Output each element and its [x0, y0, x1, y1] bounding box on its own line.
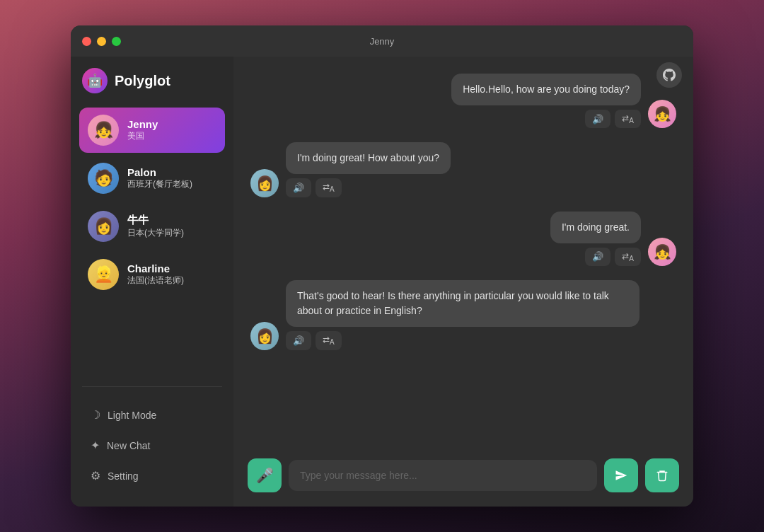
char-sub-niuniu: 日本(大学同学)	[127, 227, 184, 239]
msg-audio-btn-3[interactable]: 🔊	[585, 248, 610, 266]
close-button[interactable]	[82, 37, 91, 46]
logo-area: 🤖 Polyglot	[82, 68, 170, 93]
chat-input[interactable]	[289, 460, 597, 491]
chat-messages: 👧 Hello.Hello, how are you doing today? …	[233, 57, 693, 447]
char-item-jenny[interactable]: 👧 Jenny 美国	[79, 108, 225, 153]
msg-bubble-2: I'm doing great! How about you?	[286, 142, 451, 174]
char-info-palon: Palon 西班牙(餐厅老板)	[127, 166, 192, 190]
msg-translate-btn-3[interactable]: ⇄A	[615, 248, 641, 266]
msg-actions-4: 🔊 ⇄A	[286, 331, 639, 349]
audio-icon-2: 🔊	[293, 183, 304, 193]
char-avatar-palon: 🧑	[88, 163, 119, 194]
new-chat-label: New Chat	[107, 440, 150, 451]
msg-content-3: I'm doing great. 🔊 ⇄A	[550, 212, 641, 266]
new-chat-button[interactable]: ✦ New Chat	[85, 432, 219, 459]
char-info-charline: Charline 法国(法语老师)	[127, 262, 184, 287]
char-sub-jenny: 美国	[127, 130, 158, 142]
window-title: Jenny	[370, 36, 395, 47]
msg-translate-btn-1[interactable]: ⇄A	[615, 110, 641, 128]
setting-label: Setting	[108, 470, 139, 482]
char-avatar-jenny: 👧	[88, 115, 119, 146]
char-item-palon[interactable]: 🧑 Palon 西班牙(餐厅老板)	[79, 156, 225, 201]
char-sub-palon: 西班牙(餐厅老板)	[127, 178, 192, 190]
setting-button[interactable]: ⚙ Setting	[85, 462, 219, 490]
char-name-palon: Palon	[127, 166, 192, 178]
sidebar-bottom: ☽ Light Mode ✦ New Chat ⚙ Setting	[71, 393, 233, 507]
msg-avatar-3: 👧	[648, 238, 676, 266]
msg-audio-btn-4[interactable]: 🔊	[286, 331, 311, 349]
logo-icon: 🤖	[82, 68, 108, 93]
chat-area: 👧 Hello.Hello, how are you doing today? …	[233, 57, 693, 507]
chat-input-area: 🎤	[233, 447, 693, 507]
char-name-niuniu: 牛牛	[127, 214, 184, 227]
char-sub-charline: 法国(法语老师)	[127, 274, 184, 287]
send-button[interactable]	[604, 458, 638, 492]
msg-audio-btn-2[interactable]: 🔊	[286, 178, 311, 197]
msg-bubble-1: Hello.Hello, how are you doing today?	[451, 74, 641, 105]
titlebar: Jenny	[71, 25, 693, 57]
mic-icon: 🎤	[256, 467, 274, 484]
audio-icon-4: 🔊	[293, 335, 304, 346]
message-4: 👩 That's good to hear! Is there anything…	[250, 280, 676, 349]
window-controls	[82, 37, 121, 46]
msg-translate-btn-2[interactable]: ⇄A	[316, 178, 342, 197]
char-item-niuniu[interactable]: 👩 牛牛 日本(大学同学)	[79, 204, 225, 249]
msg-bubble-4: That's good to hear! Is there anything i…	[286, 280, 639, 327]
audio-icon-1: 🔊	[592, 114, 603, 125]
sidebar: 🤖 Polyglot 👧 Jenny 美国 🧑	[71, 57, 233, 507]
app-name: Polyglot	[115, 73, 170, 89]
character-list: 👧 Jenny 美国 🧑 Palon 西班牙(餐厅老板) 👩	[71, 108, 233, 381]
char-name-jenny: Jenny	[127, 118, 158, 130]
msg-avatar-2: 👩	[250, 169, 279, 197]
msg-actions-3: 🔊 ⇄A	[585, 248, 641, 266]
light-mode-button[interactable]: ☽ Light Mode	[85, 401, 219, 429]
msg-translate-btn-4[interactable]: ⇄A	[316, 331, 342, 349]
translate-icon-2: ⇄A	[323, 182, 335, 193]
msg-avatar-4: 👩	[250, 322, 279, 350]
msg-bubble-3: I'm doing great.	[550, 212, 641, 243]
gear-icon: ⚙	[91, 469, 100, 482]
delete-button[interactable]	[645, 458, 679, 492]
minimize-button[interactable]	[97, 37, 106, 46]
new-chat-icon: ✦	[91, 439, 100, 452]
msg-avatar-1: 👧	[648, 100, 676, 128]
main-content: 🤖 Polyglot 👧 Jenny 美国 🧑	[71, 57, 693, 507]
translate-icon-4: ⇄A	[323, 335, 335, 346]
message-3: 👧 I'm doing great. 🔊 ⇄A	[250, 212, 676, 266]
char-info-jenny: Jenny 美国	[127, 118, 158, 142]
translate-icon-3: ⇄A	[622, 251, 634, 262]
mic-button[interactable]: 🎤	[248, 458, 282, 492]
moon-icon: ☽	[91, 408, 100, 422]
message-2: 👩 I'm doing great! How about you? 🔊 ⇄A	[250, 142, 676, 197]
char-name-charline: Charline	[127, 262, 184, 274]
msg-actions-2: 🔊 ⇄A	[286, 178, 451, 197]
message-1: 👧 Hello.Hello, how are you doing today? …	[250, 74, 676, 128]
msg-actions-1: 🔊 ⇄A	[585, 110, 641, 128]
char-info-niuniu: 牛牛 日本(大学同学)	[127, 214, 184, 239]
char-avatar-charline: 👱	[88, 259, 119, 290]
light-mode-label: Light Mode	[108, 410, 156, 421]
translate-icon-1: ⇄A	[622, 113, 634, 125]
sidebar-separator	[82, 386, 222, 387]
app-header: 🤖 Polyglot	[71, 68, 233, 108]
msg-audio-btn-1[interactable]: 🔊	[585, 110, 610, 128]
char-item-charline[interactable]: 👱 Charline 法国(法语老师)	[79, 252, 225, 297]
github-button[interactable]	[656, 62, 682, 88]
msg-content-1: Hello.Hello, how are you doing today? 🔊 …	[451, 74, 641, 128]
app-window: Jenny 🤖 Polyglot 👧 Jenny 美国	[71, 25, 693, 507]
msg-content-4: That's good to hear! Is there anything i…	[286, 280, 639, 349]
audio-icon-3: 🔊	[592, 251, 603, 262]
char-avatar-niuniu: 👩	[88, 211, 119, 242]
msg-content-2: I'm doing great! How about you? 🔊 ⇄A	[286, 142, 451, 197]
maximize-button[interactable]	[112, 37, 121, 46]
